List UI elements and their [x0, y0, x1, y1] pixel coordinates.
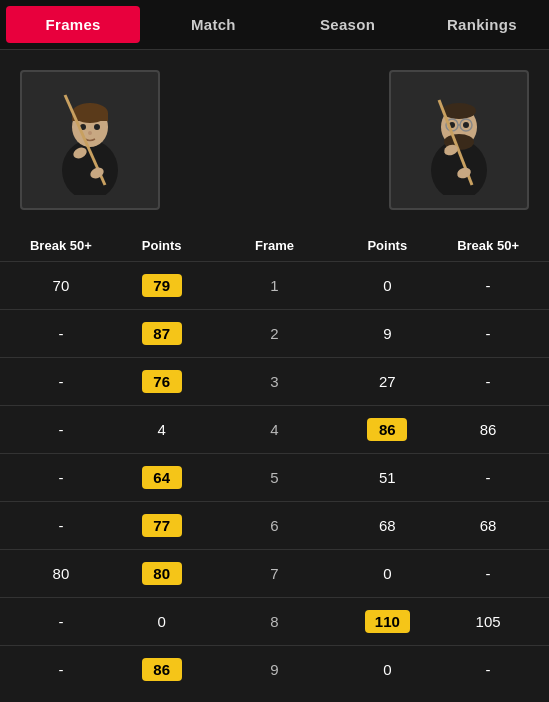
- points-right-cell: 0: [335, 550, 439, 598]
- points-right-cell: 0: [335, 262, 439, 310]
- break-right-cell: -: [439, 646, 549, 694]
- table-row: -7766868: [0, 502, 549, 550]
- stats-table: Break 50+ Points Frame Points Break 50+ …: [0, 230, 549, 693]
- points-right-cell: 86: [335, 406, 439, 454]
- break-left-cell: -: [0, 646, 110, 694]
- break-left-cell: 80: [0, 550, 110, 598]
- tab-rankings[interactable]: Rankings: [415, 0, 549, 49]
- points-right-cell: 51: [335, 454, 439, 502]
- points-right-cell: 110: [335, 598, 439, 646]
- player-right-photo: [389, 70, 529, 210]
- svg-point-6: [94, 124, 100, 130]
- break-right-cell: -: [439, 262, 549, 310]
- break-left-cell: -: [0, 406, 110, 454]
- frame-cell: 6: [213, 502, 335, 550]
- col-header-points-right: Points: [335, 230, 439, 262]
- frame-cell: 5: [213, 454, 335, 502]
- tab-match[interactable]: Match: [146, 0, 280, 49]
- table-row: -448686: [0, 406, 549, 454]
- points-right-cell: 68: [335, 502, 439, 550]
- col-header-break-right: Break 50+: [439, 230, 549, 262]
- points-left-cell: 4: [110, 406, 214, 454]
- points-right-cell: 9: [335, 310, 439, 358]
- break-right-cell: -: [439, 454, 549, 502]
- tab-bar: Frames Match Season Rankings: [0, 0, 549, 50]
- tab-frames[interactable]: Frames: [6, 6, 140, 43]
- break-right-cell: 86: [439, 406, 549, 454]
- player-left-photo: [20, 70, 160, 210]
- break-left-cell: 70: [0, 262, 110, 310]
- table-row: 707910-: [0, 262, 549, 310]
- break-right-cell: 105: [439, 598, 549, 646]
- points-left-cell: 77: [110, 502, 214, 550]
- frame-cell: 9: [213, 646, 335, 694]
- points-left-cell: 86: [110, 646, 214, 694]
- svg-point-7: [88, 131, 92, 135]
- frame-cell: 3: [213, 358, 335, 406]
- break-right-cell: -: [439, 310, 549, 358]
- points-left-cell: 87: [110, 310, 214, 358]
- points-left-cell: 64: [110, 454, 214, 502]
- table-header-row: Break 50+ Points Frame Points Break 50+: [0, 230, 549, 262]
- frame-cell: 4: [213, 406, 335, 454]
- frame-cell: 7: [213, 550, 335, 598]
- table-row: -64551-: [0, 454, 549, 502]
- table-row: -76327-: [0, 358, 549, 406]
- frame-cell: 1: [213, 262, 335, 310]
- frame-cell: 2: [213, 310, 335, 358]
- break-left-cell: -: [0, 454, 110, 502]
- points-right-cell: 0: [335, 646, 439, 694]
- break-left-cell: -: [0, 310, 110, 358]
- break-right-cell: -: [439, 358, 549, 406]
- svg-point-14: [442, 103, 476, 119]
- points-left-cell: 80: [110, 550, 214, 598]
- svg-point-17: [463, 122, 469, 128]
- frame-cell: 8: [213, 598, 335, 646]
- players-section: [0, 50, 549, 220]
- tab-season[interactable]: Season: [281, 0, 415, 49]
- points-right-cell: 27: [335, 358, 439, 406]
- points-left-cell: 0: [110, 598, 214, 646]
- table-row: -8690-: [0, 646, 549, 694]
- break-left-cell: -: [0, 358, 110, 406]
- col-header-break-left: Break 50+: [0, 230, 110, 262]
- table-row: -8729-: [0, 310, 549, 358]
- break-left-cell: -: [0, 502, 110, 550]
- points-left-cell: 79: [110, 262, 214, 310]
- table-row: -08110105: [0, 598, 549, 646]
- table-row: 808070-: [0, 550, 549, 598]
- break-right-cell: 68: [439, 502, 549, 550]
- col-header-frame: Frame: [213, 230, 335, 262]
- break-right-cell: -: [439, 550, 549, 598]
- col-header-points-left: Points: [110, 230, 214, 262]
- points-left-cell: 76: [110, 358, 214, 406]
- break-left-cell: -: [0, 598, 110, 646]
